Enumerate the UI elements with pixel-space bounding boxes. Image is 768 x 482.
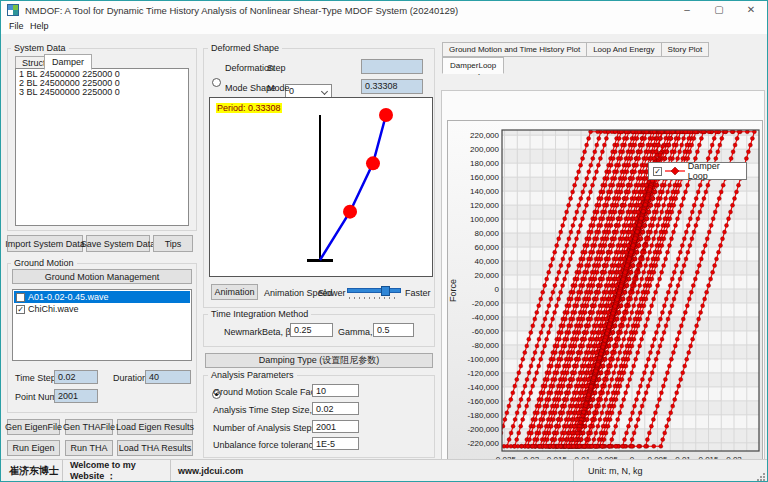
svg-text:60,000: 60,000 [475,243,500,252]
time-step-field[interactable]: 0.02 [54,370,98,384]
time-step-size-field[interactable]: 0.02 [312,402,359,415]
svg-text:200,000: 200,000 [470,145,499,154]
checkbox-checked-icon[interactable]: ✓ [16,305,25,314]
tab-damperloop[interactable]: DamperLoop [442,57,504,74]
status-author: 崔济东博士 [1,460,63,482]
point-num-label: Point Num [15,392,57,402]
svg-text:-20,000: -20,000 [472,299,500,308]
svg-text:-100,000: -100,000 [467,355,499,364]
legend-marker-icon [665,167,685,175]
tips-button[interactable]: Tips [153,235,193,252]
damper-loop-chart: 220,000200,000180,000160,000140,000120,0… [447,120,763,482]
svg-text:120,000: 120,000 [470,201,499,210]
list-item-wave-file[interactable]: ✓ ChiChi.wave [14,303,190,315]
status-website-link[interactable]: www.jdcui.com [171,460,574,482]
mode-shape-plot: Period: 0.33308 [209,97,433,277]
save-system-data-button[interactable]: Save System Data [86,235,150,252]
load-tha-results-button[interactable]: Load THA Results [117,440,193,456]
app-window: NMDOF: A Tool for Dynamic Time History A… [0,0,768,482]
load-eigen-results-button[interactable]: Load Eigen Results [117,419,193,435]
svg-text:-220,000: -220,000 [467,439,499,448]
resize-grip[interactable] [757,473,765,481]
beta-field[interactable]: 0.25 [290,323,333,337]
slower-label: Slower [318,288,346,298]
newmark-label: Newmark [224,327,262,337]
period-annotation: Period: 0.33308 [216,103,282,113]
svg-text:-120,000: -120,000 [467,369,499,378]
wave-file-name: ChiChi.wave [28,304,79,314]
close-icon[interactable]: ✕ [735,1,767,19]
num-steps-field[interactable]: 2001 [312,420,359,433]
ground-motion-list[interactable]: A01-0.02-0.45.wave ✓ ChiChi.wave [12,289,192,361]
step-dropdown-value: 0 [289,86,294,96]
time-integration-label: Time Integration Method [208,309,311,319]
step-result-field[interactable] [361,59,423,74]
status-welcome: Welcome to my Website ： [63,460,171,482]
svg-text:80,000: 80,000 [475,229,500,238]
svg-text:20,000: 20,000 [475,271,500,280]
svg-text:-40,000: -40,000 [472,313,500,322]
system-data-textarea[interactable]: 1 BL 24500000 225000 0 2 BL 24500000 225… [15,68,189,226]
ground-motion-label: Ground Motion [11,258,77,268]
slider-ticks [349,297,399,299]
point-num-field[interactable]: 2001 [54,389,98,403]
title-bar: NMDOF: A Tool for Dynamic Time History A… [1,1,767,19]
import-system-data-button[interactable]: Import System Data [7,235,83,252]
svg-text:160,000: 160,000 [470,173,499,182]
tab-loop-and-energy[interactable]: Loop And Energy [586,42,661,57]
list-item-wave-file[interactable]: A01-0.02-0.45.wave [14,291,190,303]
menu-file[interactable]: File [5,21,28,31]
analysis-parameters-label: Analysis Parameters [208,370,297,380]
time-step-label: Time Step [15,373,56,383]
run-eigen-button[interactable]: Run Eigen [7,440,60,456]
tab-story-plot[interactable]: Story Plot [661,42,710,57]
menu-bar [1,19,767,34]
duration-label: Duration [113,373,147,383]
window-title: NMDOF: A Tool for Dynamic Time History A… [25,5,458,16]
svg-text:220,000: 220,000 [470,131,499,140]
duration-field[interactable]: 40 [145,370,191,384]
gen-eigenfile-button[interactable]: Gen EigenFile [7,419,60,435]
app-icon-cell [13,10,18,15]
scale-factor-label: Ground Motion Scale Factor [213,387,326,397]
svg-text:-160,000: -160,000 [467,397,499,406]
svg-text:Force: Force [448,279,458,302]
svg-text:-200,000: -200,000 [467,425,499,434]
svg-text:40,000: 40,000 [475,257,500,266]
svg-text:-180,000: -180,000 [467,411,499,420]
svg-text:140,000: 140,000 [470,187,499,196]
minimize-icon[interactable]: – [671,1,703,19]
mode-label: Mode [267,83,290,93]
faster-label: Faster [405,288,431,298]
damping-type-button[interactable]: Damping Type (设置阻尼参数) [205,353,433,368]
svg-text:0: 0 [495,285,500,294]
mode-shape-drawing [210,98,432,276]
client-area: System Data Struct Damper 1 BL 24500000 … [1,34,768,459]
tab-ground-motion-plot[interactable]: Ground Motion and Time History Plot [442,42,587,57]
tolerance-field[interactable]: 1E-5 [312,437,359,450]
wave-file-name: A01-0.02-0.45.wave [28,292,109,302]
run-tha-button[interactable]: Run THA [65,440,113,456]
gamma-field[interactable]: 0.5 [373,323,414,337]
ground-motion-management-button[interactable]: Ground Motion Management [12,269,192,284]
svg-text:-80,000: -80,000 [472,341,500,350]
gen-thafile-button[interactable]: Gen THAFile [65,419,113,435]
deformed-shape-label: Deformed Shape [208,43,282,53]
legend-checkbox-icon[interactable]: ✓ [653,167,662,176]
num-steps-label: Number of Analysis Steps [213,423,316,433]
menu-help[interactable]: Help [26,21,53,31]
slider-thumb[interactable] [381,286,390,296]
tab-damper[interactable]: Damper [44,54,92,70]
animation-speed-slider[interactable] [347,285,401,299]
legend-label: Damper Loop [688,161,742,181]
status-unit: Unit: m, N, kg [574,460,768,482]
app-icon [7,4,19,16]
maximize-icon[interactable]: ▢ [703,1,735,19]
beta-label: Beta, β [262,327,291,337]
animation-button[interactable]: Animation [211,284,258,300]
mode-result-field[interactable]: 0.33308 [361,79,423,94]
deformation-radio[interactable] [212,78,221,87]
scale-factor-field[interactable]: 10 [312,384,359,397]
slider-track[interactable] [347,288,401,293]
checkbox-unchecked-icon[interactable] [16,293,25,302]
